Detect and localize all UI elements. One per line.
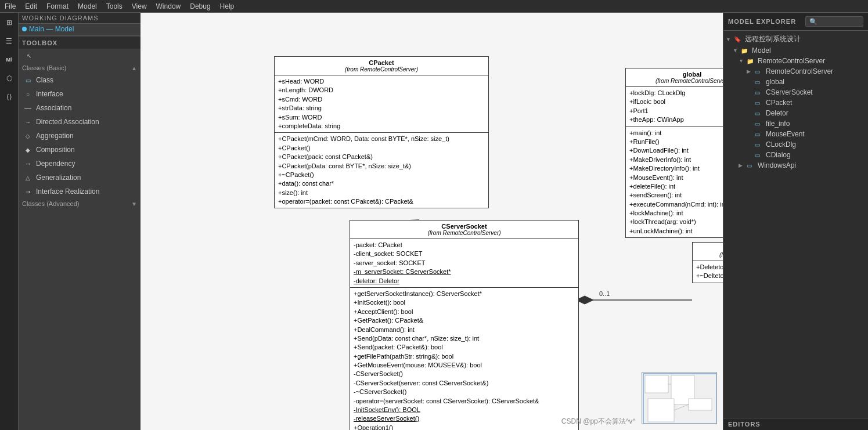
interface-realization-label: Interface Realization: [36, 187, 99, 196]
left-icon-share[interactable]: ⟨⟩: [2, 89, 17, 104]
tree-icon-deletor: ▭: [755, 110, 764, 117]
cserversocket-attributes: -packet: CPacket -client_socket: SOCKET …: [350, 239, 578, 288]
model-explorer-title: MODEL EXPLORER: [728, 18, 805, 25]
tree-arrow-rcs-folder: ▼: [739, 58, 747, 64]
interface-label: Interface: [36, 90, 63, 98]
tree-item-cpacket[interactable]: ▭ CPacket: [723, 97, 868, 108]
toolbox-item-composition[interactable]: ◆ Composition: [19, 143, 141, 157]
tree-item-windowsapi[interactable]: ▶ ▭ WindowsApi: [723, 160, 868, 171]
tree-icon-root: 🔖: [734, 36, 743, 42]
cserversocket-methods: +getServerSocketInstance(): CServerSocke…: [350, 288, 578, 430]
toolbox-item-interface[interactable]: ○ Interface: [19, 87, 141, 101]
tree-item-rcs-class[interactable]: ▶ ▭ RemoteControlServer: [723, 66, 868, 77]
tree-item-fileinfo[interactable]: ▭ file_info: [723, 118, 868, 129]
global-title: global (from RemoteControlServer): [626, 68, 723, 87]
deletor-title: Deletor (from RemoteControlServer): [693, 243, 723, 261]
working-diagrams-header: WORKING DIAGRAMS: [19, 13, 141, 24]
svg-text:0..1: 0..1: [599, 290, 610, 297]
tree-label-rcs-class: RemoteControlServer: [766, 67, 833, 75]
left-icon-hex[interactable]: ⬡: [2, 71, 17, 86]
toolbox-item-directed-association[interactable]: → Directed Association: [19, 115, 141, 129]
toolbox-item-aggregation[interactable]: ◇ Aggregation: [19, 129, 141, 143]
tree-label-cpacket: CPacket: [766, 99, 792, 107]
tree-item-global[interactable]: ▭ global: [723, 77, 868, 87]
tree-icon-mouseevent: ▭: [755, 131, 764, 138]
interface-icon: ○: [23, 89, 33, 99]
tree-label-clockdlg: CLockDlg: [766, 140, 796, 149]
tree-item-cdialog[interactable]: ▭ CDialog: [723, 150, 868, 160]
toolbox-item-generalization[interactable]: △ Generalization: [19, 171, 141, 185]
tree-label-cdialog: CDialog: [766, 151, 791, 159]
tree-label-css: CServerSocket: [766, 88, 813, 96]
menu-format[interactable]: Format: [42, 1, 73, 12]
left-icon-list[interactable]: ☰: [2, 34, 17, 49]
toolbox-classes-advanced-header[interactable]: Classes (Advanced) ▼: [19, 198, 141, 209]
uml-class-global[interactable]: global (from RemoteControlServer) +lockD…: [625, 68, 723, 238]
tree-label-mouseevent: MouseEvent: [766, 130, 805, 138]
svg-rect-6: [648, 399, 674, 422]
tree-label-root: 远程控制系统设计: [745, 34, 801, 44]
left-icon-model[interactable]: Ml: [2, 52, 17, 67]
tree-item-remotecontrolserver-folder[interactable]: ▼ 📁 RemoteControlServer: [723, 56, 868, 66]
cursor-tool[interactable]: ↖: [19, 49, 141, 63]
menu-help[interactable]: Help: [215, 1, 239, 12]
toolbox-item-dependency[interactable]: ⤍ Dependency: [19, 157, 141, 171]
model-explorer-search[interactable]: [805, 16, 863, 27]
diagram-tab-main[interactable]: Main — Model: [19, 24, 141, 34]
watermark: CSDN @pp不会算法^v^: [561, 417, 636, 427]
uml-class-cserversocket[interactable]: CServerSocket (from RemoteControlServer)…: [350, 220, 579, 430]
tree-label-model: Model: [752, 46, 771, 55]
left-icon-grid[interactable]: ⊞: [2, 15, 17, 30]
toolbox-item-class[interactable]: ▭ Class: [19, 73, 141, 87]
tree-label-fileinfo: file_info: [766, 120, 790, 128]
menu-model[interactable]: Model: [73, 1, 102, 12]
toolbox-classes-basic-header[interactable]: Classes (Basic) ▲: [19, 63, 141, 73]
tree-icon-cdialog: ▭: [755, 152, 764, 158]
menu-file[interactable]: File: [0, 1, 20, 12]
menu-debug[interactable]: Debug: [185, 1, 215, 12]
directed-association-label: Directed Association: [36, 118, 99, 126]
cpacket-methods: +CPacket(mCmd: WORD, Data: const BYTE*, …: [275, 133, 488, 208]
class-icon: ▭: [23, 75, 33, 85]
generalization-icon: △: [23, 173, 33, 182]
tree-item-mouseevent[interactable]: ▭ MouseEvent: [723, 129, 868, 139]
tree-icon-fileinfo: ▭: [755, 121, 764, 127]
menu-edit[interactable]: Edit: [20, 1, 42, 12]
tree-icon-cpacket: ▭: [755, 100, 764, 106]
composition-icon: ◆: [23, 145, 33, 154]
association-icon: —: [23, 103, 33, 113]
tree-icon-css: ▭: [755, 89, 764, 96]
uml-class-cpacket[interactable]: CPacket (from RemoteControlServer) +sHea…: [274, 56, 489, 208]
tree-item-cserversocket[interactable]: ▭ CServerSocket: [723, 87, 868, 97]
tree-item-model[interactable]: ▼ 📁 Model: [723, 45, 868, 56]
toolbox-item-interface-realization[interactable]: ⇢ Interface Realization: [19, 185, 141, 198]
tree-label-global: global: [766, 78, 784, 86]
tree-item-deletor[interactable]: ▭ Deletor: [723, 108, 868, 118]
menu-view[interactable]: View: [127, 1, 152, 12]
classes-basic-label: Classes (Basic): [22, 64, 66, 71]
svg-line-9: [674, 404, 689, 410]
model-tree: ▼ 🔖 远程控制系统设计 ▼ 📁 Model ▼ 📁 RemoteControl…: [723, 31, 868, 418]
dependency-label: Dependency: [36, 160, 75, 168]
tree-icon-clockdlg: ▭: [755, 142, 764, 148]
tree-item-clockdlg[interactable]: ▭ CLockDlg: [723, 139, 868, 150]
aggregation-icon: ◇: [23, 131, 33, 140]
tree-icon-windowsapi: ▭: [747, 162, 756, 169]
uml-class-deletor[interactable]: Deletor (from RemoteControlServer) +Dele…: [692, 242, 723, 283]
interface-realization-icon: ⇢: [23, 187, 33, 196]
toolbox-header: TOOLBOX: [19, 37, 141, 49]
tree-item-root[interactable]: ▼ 🔖 远程控制系统设计: [723, 33, 868, 45]
svg-rect-4: [645, 375, 668, 393]
classes-advanced-label: Classes (Advanced): [22, 200, 79, 207]
model-explorer-header: MODEL EXPLORER: [723, 13, 868, 31]
tree-icon-model: 📁: [741, 48, 750, 54]
toolbox-item-association[interactable]: — Association: [19, 101, 141, 115]
menu-window[interactable]: Window: [152, 1, 186, 12]
canvas[interactable]: 0..1 CPacket (from RemoteControlServer) …: [141, 13, 723, 430]
menu-tools[interactable]: Tools: [102, 1, 127, 12]
cserversocket-title: CServerSocket (from RemoteControlServer): [350, 221, 578, 239]
classes-basic-arrow: ▲: [131, 65, 137, 71]
tree-arrow-rcs-class: ▶: [747, 68, 755, 74]
tree-label-windowsapi: WindowsApi: [758, 161, 796, 169]
menu-bar: File Edit Format Model Tools View Window…: [0, 0, 868, 13]
